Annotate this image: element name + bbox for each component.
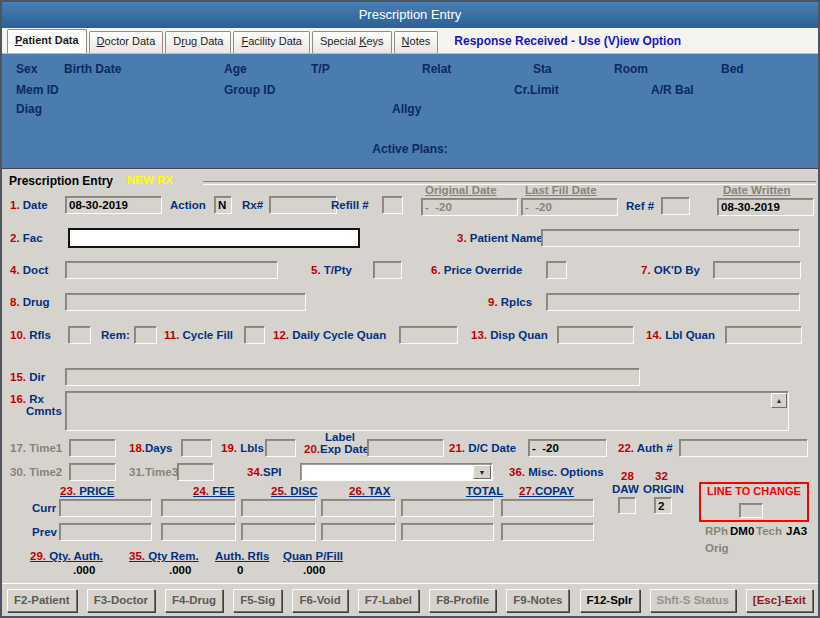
- spi-select[interactable]: ▼: [300, 463, 493, 481]
- dc-date-field[interactable]: - -20: [528, 439, 607, 457]
- daily-cycle-quan-field[interactable]: [399, 326, 458, 344]
- rx-number-field[interactable]: [269, 196, 337, 214]
- tech-label: Tech: [756, 525, 782, 537]
- origin-field[interactable]: 2: [654, 497, 672, 514]
- f4-drug-button[interactable]: F4-Drug: [165, 589, 223, 612]
- action-label: Action: [170, 199, 206, 211]
- fac-field[interactable]: [68, 228, 360, 248]
- tpty-field[interactable]: [373, 261, 402, 279]
- time2-field: [69, 463, 116, 481]
- f12-splr-button[interactable]: F12-Splr: [580, 589, 640, 612]
- shft-s-status-button[interactable]: Shft-S Status: [650, 589, 736, 612]
- dir-field[interactable]: [65, 368, 640, 386]
- prev-copay-field: [501, 523, 594, 541]
- rplcs-field[interactable]: [546, 293, 800, 311]
- time1-field: [69, 439, 116, 457]
- qty-auth-label: 29. Qty. Auth.: [30, 550, 103, 562]
- curr-price-field[interactable]: [59, 499, 152, 517]
- function-key-bar: F2-Patient F3-Doctor F4-Drug F5-Sig F6-V…: [2, 583, 818, 616]
- refill-number-field[interactable]: [382, 196, 403, 214]
- drug-label: 8. Drug: [10, 296, 50, 308]
- patient-summary-panel: Sex Birth Date Age T/P Relat Sta Room Be…: [2, 54, 818, 169]
- curr-row-label: Curr: [32, 502, 56, 514]
- auth-number-field[interactable]: [679, 439, 808, 457]
- cycle-fill-field[interactable]: [244, 326, 265, 344]
- price-override-label: 6. Price Override: [431, 264, 522, 276]
- f6-void-button[interactable]: F6-Void: [292, 589, 347, 612]
- lbl-quan-label: 14. Lbl Quan: [646, 329, 715, 341]
- original-date-field: - -20: [421, 198, 518, 216]
- tab-special-keys[interactable]: Special Keys: [312, 31, 392, 53]
- dir-label: 15. Dir: [10, 371, 45, 383]
- ref-number-label: Ref #: [626, 200, 654, 212]
- tab-drug-data[interactable]: Drug Data: [165, 31, 231, 53]
- okd-by-label: 7. OK'D By: [641, 264, 700, 276]
- days-field[interactable]: [181, 439, 212, 457]
- doct-field[interactable]: [65, 261, 278, 279]
- price-override-field[interactable]: [546, 261, 567, 279]
- bed-label: Bed: [721, 62, 744, 76]
- disp-quan-field[interactable]: [557, 326, 634, 344]
- rx-cmnts-label: 16. Rx Cmnts: [10, 393, 62, 417]
- f3-doctor-button[interactable]: F3-Doctor: [87, 589, 155, 612]
- f9-notes-button[interactable]: F9-Notes: [506, 589, 569, 612]
- chevron-down-icon[interactable]: ▼: [473, 465, 491, 479]
- curr-fee-field[interactable]: [161, 499, 236, 517]
- action-field[interactable]: N: [214, 196, 232, 214]
- orig-label: Orig: [705, 542, 729, 554]
- rem-field[interactable]: [134, 326, 157, 344]
- copay-header: 27.COPAY: [519, 485, 574, 497]
- daw-field[interactable]: [618, 497, 636, 514]
- tab-patient-data[interactable]: Patient Data: [7, 29, 87, 53]
- prev-disc-field: [241, 523, 316, 541]
- days-label: 18.Days: [129, 442, 173, 454]
- tax-header: 26. TAX: [349, 485, 390, 497]
- cycle-fill-label: 11. Cycle Fill: [164, 329, 233, 341]
- label-exp-date-label: Label 20.Exp Date: [304, 431, 369, 455]
- rph-label: RPh: [705, 525, 728, 537]
- curr-disc-field[interactable]: [241, 499, 316, 517]
- daily-cycle-quan-label: 12. Daily Cycle Quan: [273, 329, 386, 341]
- rfls-label: 10. Rfls: [10, 329, 51, 341]
- original-date-label: Original Date: [425, 184, 497, 196]
- label-exp-date-field[interactable]: [367, 439, 444, 457]
- curr-total-field[interactable]: [401, 499, 494, 517]
- line-to-change-field[interactable]: [739, 503, 763, 518]
- ref-number-field[interactable]: [661, 197, 690, 215]
- drug-field[interactable]: [65, 293, 306, 311]
- lbls-field[interactable]: [265, 439, 296, 457]
- rem-label: Rem:: [101, 329, 130, 341]
- tab-notes[interactable]: Notes: [394, 31, 439, 53]
- qty-auth-value: .000: [73, 564, 95, 576]
- f2-patient-button[interactable]: F2-Patient: [7, 589, 77, 612]
- f8-profile-button[interactable]: F8-Profile: [429, 589, 496, 612]
- total-header: TOTAL: [466, 485, 503, 497]
- curr-copay-field[interactable]: [501, 499, 594, 517]
- okd-by-field[interactable]: [713, 261, 801, 279]
- daw-label: DAW: [612, 483, 639, 495]
- f5-sig-button[interactable]: F5-Sig: [233, 589, 282, 612]
- rfls-field[interactable]: [68, 326, 91, 344]
- time2-label: 30. Time2: [10, 466, 62, 478]
- time1-label: 17. Time1: [10, 442, 62, 454]
- rx-cmnts-field[interactable]: ▲: [65, 391, 789, 431]
- f7-label-button[interactable]: F7-Label: [358, 589, 419, 612]
- section-title: Prescription Entry: [9, 174, 113, 188]
- esc-exit-button[interactable]: [Esc]-Exit: [746, 589, 813, 612]
- prev-total-field: [401, 523, 494, 541]
- prev-price-field: [59, 523, 152, 541]
- date-written-field: 08-30-2019: [717, 198, 814, 216]
- tab-doctor-data[interactable]: Doctor Data: [89, 31, 164, 53]
- scroll-up-icon[interactable]: ▲: [771, 393, 787, 408]
- ar-bal-label: A/R Bal: [651, 83, 694, 97]
- line-to-change-label: LINE TO CHANGE: [701, 485, 807, 497]
- curr-tax-field[interactable]: [321, 499, 396, 517]
- misc-options-label: 36. Misc. Options: [509, 466, 604, 478]
- tab-facility-data[interactable]: Facility Data: [233, 31, 310, 53]
- origin-number: 32: [655, 470, 668, 482]
- date-field[interactable]: 08-30-2019: [65, 196, 162, 214]
- cr-limit-label: Cr.Limit: [514, 83, 559, 97]
- lbl-quan-field[interactable]: [725, 326, 802, 344]
- patient-name-field[interactable]: [541, 229, 800, 247]
- qty-rem-value: .000: [169, 564, 191, 576]
